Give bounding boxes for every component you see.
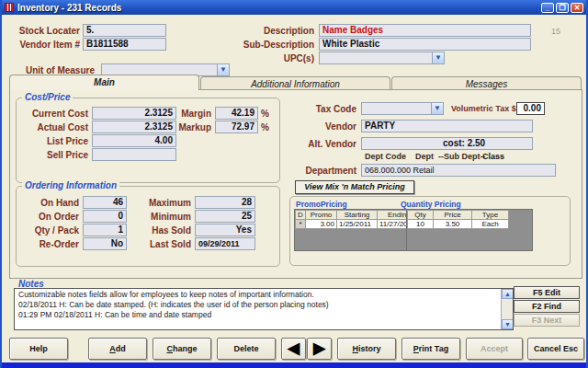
- class-header: Class: [482, 152, 504, 161]
- volumetric-tax-label: Volumetric Tax $: [451, 104, 514, 113]
- close-button[interactable]: ✕: [571, 3, 583, 13]
- alt-vendor-field[interactable]: TOYS cost: 2.50: [361, 137, 533, 150]
- window-bottom-border: [2, 362, 586, 368]
- alt-vendor-label: Alt. Vendor: [278, 139, 356, 149]
- promo-pricing-table: D Promo Starting Ending * 3.00 1/25/2011…: [294, 209, 423, 251]
- current-cost-field[interactable]: 2.3125: [92, 107, 176, 120]
- next-record-button[interactable]: ▶: [307, 338, 332, 360]
- promo-header-row: D Promo Starting Ending: [296, 211, 422, 220]
- notes-textarea[interactable]: Customizable notes fields allow for empl…: [14, 288, 514, 330]
- quantity-header-row: Qty Price Type: [408, 211, 509, 220]
- vendor-label: Vendor: [278, 121, 356, 132]
- has-sold-field[interactable]: Yes: [195, 224, 255, 236]
- promo-data-row[interactable]: * 3.00 1/25/2011 11/27/2011: [296, 220, 422, 229]
- delete-button[interactable]: Delete: [217, 338, 276, 360]
- promo-pricing-title: PromoPricing: [296, 200, 347, 209]
- volumetric-tax-field[interactable]: 0.00: [516, 102, 545, 115]
- print-tag-button[interactable]: Print Tag: [401, 338, 460, 360]
- help-button[interactable]: Help: [9, 338, 68, 360]
- vendor-item-field[interactable]: B1811588: [83, 38, 166, 51]
- f2-find-button[interactable]: F2 Find: [514, 300, 580, 313]
- reorder-field[interactable]: No: [83, 237, 127, 250]
- department-field[interactable]: 068.000.000 Retail: [361, 164, 556, 177]
- f5-edit-button[interactable]: F5 Edit: [514, 286, 580, 299]
- view-mix-n-match-pricing-button[interactable]: View Mix 'n Match Pricing: [295, 180, 414, 194]
- description-field[interactable]: Name Badges: [319, 24, 531, 37]
- quantity-pricing-title: Quantity Pricing: [401, 200, 461, 209]
- maximum-field[interactable]: 28: [195, 196, 255, 209]
- history-button[interactable]: History: [337, 338, 396, 360]
- on-order-label: On Order: [18, 212, 79, 222]
- tax-code-label: Tax Code: [278, 104, 356, 114]
- history-label: History: [338, 339, 395, 359]
- markup-field[interactable]: 72.97: [215, 121, 258, 133]
- title-bar[interactable]: Inventory - 231 Records _ ❐ ✕: [2, 0, 586, 15]
- promo-cell-promo: 3.00: [306, 220, 337, 229]
- change-button[interactable]: Change: [153, 338, 211, 360]
- actual-cost-field[interactable]: 2.3125: [92, 121, 176, 133]
- inventory-window: Inventory - 231 Records _ ❐ ✕ 15 Stock L…: [0, 0, 588, 368]
- on-hand-field[interactable]: 46: [83, 196, 127, 209]
- notes-line: Customizable notes fields allow for empl…: [18, 290, 498, 300]
- dept-subdept-header: Dept --Sub Dept--: [415, 152, 486, 161]
- help-label: Help: [10, 339, 67, 359]
- previous-record-button[interactable]: ◀: [281, 338, 306, 360]
- upc-dropdown[interactable]: ▼: [319, 52, 445, 64]
- list-price-field[interactable]: 4.00: [92, 134, 176, 147]
- reorder-label: Re-Order: [18, 239, 79, 249]
- app-icon: [5, 3, 14, 12]
- vendor-item-label: Vendor Item #: [9, 40, 80, 50]
- on-order-field[interactable]: 0: [83, 210, 127, 223]
- f3-next-button: F3 Next: [514, 314, 580, 327]
- main-tab-panel: Cost/Price Current Cost 2.3125 Actual Co…: [9, 89, 582, 279]
- window-title: Inventory - 231 Records: [17, 3, 539, 13]
- delete-label: Delete: [218, 339, 275, 359]
- tax-code-dropdown[interactable]: A 6.25% ▼: [361, 102, 444, 115]
- promo-col-d: D: [296, 211, 306, 220]
- stock-locater-label: Stock Locater: [9, 26, 80, 36]
- sub-description-field[interactable]: White Plastic: [319, 38, 531, 51]
- qty-pack-field[interactable]: 1: [83, 224, 127, 236]
- chevron-down-icon[interactable]: ▼: [432, 52, 444, 63]
- list-price-label: List Price: [18, 136, 88, 146]
- chevron-down-icon[interactable]: ▼: [217, 64, 229, 75]
- accept-button: Accept: [466, 338, 523, 360]
- margin-label: Margin: [167, 109, 211, 119]
- chevron-down-icon[interactable]: ▼: [431, 103, 443, 114]
- alt-vendor-value: TOYS: [380, 149, 405, 150]
- markup-percent-sign: %: [261, 122, 274, 132]
- sell-price-field[interactable]: [92, 148, 176, 161]
- promo-col-promo: Promo: [306, 211, 337, 220]
- promo-col-starting: Starting: [337, 211, 378, 220]
- scroll-up-icon[interactable]: ▲: [502, 289, 514, 299]
- last-sold-field[interactable]: 09/29/2011: [195, 237, 255, 250]
- notes-scrollbar[interactable]: ▲ ▼: [501, 289, 513, 329]
- qty-cell-qty: 10: [408, 220, 434, 229]
- on-hand-label: On Hand: [18, 198, 79, 208]
- tab-additional-information[interactable]: Additional Information: [200, 76, 390, 90]
- cost-price-group: Cost/Price Current Cost 2.3125 Actual Co…: [16, 98, 280, 183]
- current-cost-label: Current Cost: [18, 109, 88, 119]
- quantity-pricing-table: Qty Price Type 10 3.50 Each: [406, 209, 533, 251]
- add-label: Add: [89, 339, 146, 359]
- scroll-down-icon[interactable]: ▼: [502, 319, 514, 329]
- notes-line: 02/18/2011 H: Can be date stamped. (H: i…: [18, 300, 498, 310]
- minimum-field[interactable]: 25: [195, 210, 255, 223]
- stock-locater-field[interactable]: 5.: [83, 24, 166, 37]
- vendor-field[interactable]: PARTY: [361, 120, 533, 132]
- qty-pack-label: Qty / Pack: [18, 225, 79, 236]
- cancel-esc-button[interactable]: Cancel Esc: [527, 338, 584, 360]
- department-label: Department: [278, 166, 356, 176]
- minimize-button[interactable]: _: [541, 3, 554, 13]
- tab-main[interactable]: Main: [9, 75, 199, 90]
- quantity-data-row[interactable]: 10 3.50 Each: [408, 220, 509, 229]
- restore-button[interactable]: ❐: [556, 3, 569, 13]
- markup-label: Markup: [167, 122, 211, 132]
- add-button[interactable]: Add: [88, 338, 147, 360]
- margin-field[interactable]: 42.19: [215, 107, 258, 120]
- actual-cost-label: Actual Cost: [18, 122, 88, 132]
- sub-description-label: Sub-Description: [213, 40, 314, 50]
- promo-cell-starting: 1/25/2011: [337, 220, 378, 229]
- has-sold-label: Has Sold: [143, 225, 191, 236]
- tab-messages[interactable]: Messages: [391, 76, 582, 90]
